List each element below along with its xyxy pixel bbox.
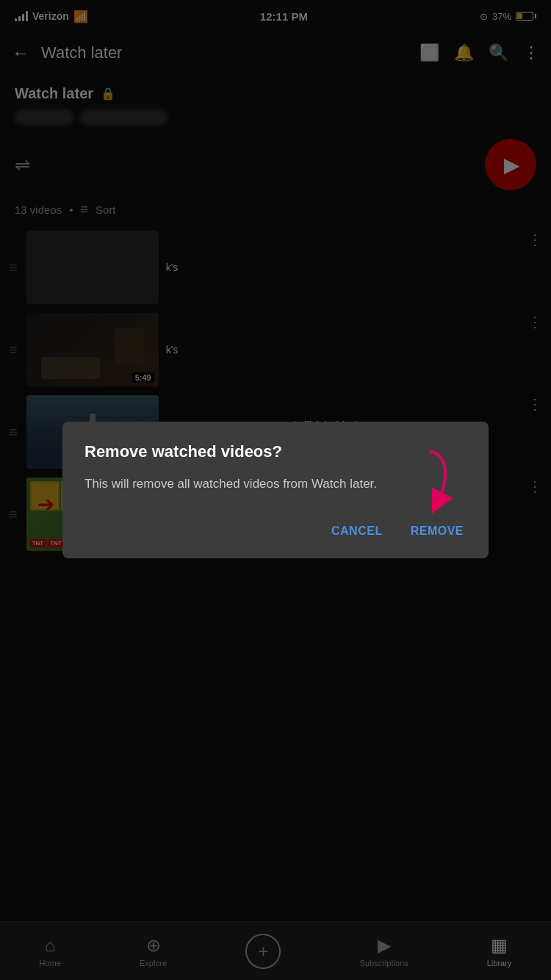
dialog-actions: CANCEL REMOVE — [84, 520, 467, 542]
remove-button[interactable]: REMOVE — [408, 520, 467, 542]
arrow-annotation — [386, 444, 459, 518]
modal-overlay: Remove watched videos? This will remove … — [0, 0, 551, 980]
dialog: Remove watched videos? This will remove … — [62, 422, 489, 558]
cancel-button[interactable]: CANCEL — [328, 520, 386, 542]
